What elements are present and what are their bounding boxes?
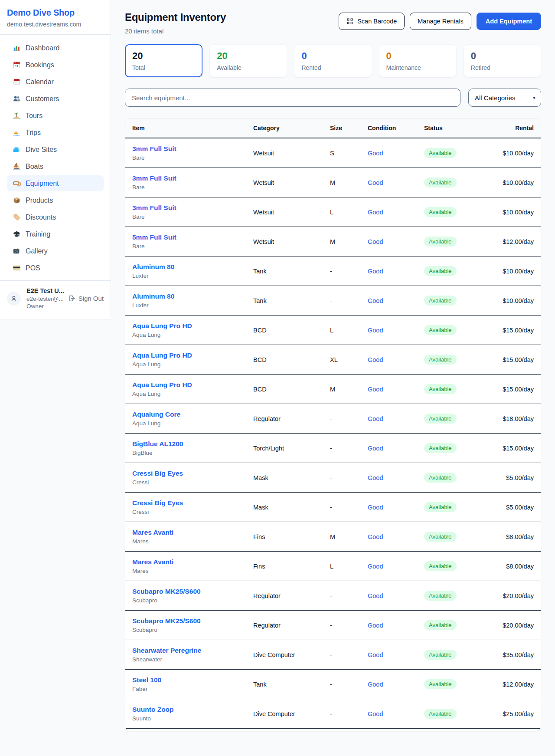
category-cell: Mask (253, 504, 330, 511)
condition-link[interactable]: Good (368, 268, 424, 275)
stat-card-available[interactable]: 20 Available (209, 44, 287, 77)
table-row: Aqua Lung Pro HD Aqua Lung BCD XL Good A… (125, 345, 541, 375)
condition-link[interactable]: Good (368, 415, 424, 422)
condition-link[interactable]: Good (368, 179, 424, 186)
equipment-name-link[interactable]: Suunto Zoop (132, 706, 253, 713)
condition-link[interactable]: Good (368, 297, 424, 304)
equipment-name-link[interactable]: 5mm Full Suit (132, 233, 253, 241)
condition-link[interactable]: Good (368, 681, 424, 688)
condition-link[interactable]: Good (368, 622, 424, 629)
table-row: 3mm Full Suit Bare Wetsuit M Good Availa… (125, 168, 541, 197)
condition-link[interactable]: Good (368, 474, 424, 481)
table-row: Aluminum 80 Luxfer Tank - Good Available… (125, 286, 541, 316)
sidebar-item-training[interactable]: Training (7, 226, 104, 242)
stat-card-rented[interactable]: 0 Rented (294, 44, 372, 77)
category-cell: Tank (253, 297, 330, 304)
rental-price: $10.00/day (498, 150, 534, 157)
equipment-brand: Aqua Lung (132, 391, 253, 397)
size-cell: - (330, 592, 368, 599)
equipment-name-link[interactable]: Mares Avanti (132, 529, 253, 536)
condition-link[interactable]: Good (368, 533, 424, 540)
condition-link[interactable]: Good (368, 386, 424, 393)
rental-price: $35.00/day (498, 651, 534, 658)
category-filter-select[interactable]: All Categories (468, 89, 541, 107)
equipment-brand: Faber (132, 686, 253, 692)
manage-rentals-button[interactable]: Manage Rentals (410, 13, 471, 30)
equipment-name-link[interactable]: 3mm Full Suit (132, 204, 253, 212)
sidebar-item-discounts[interactable]: Discounts (7, 209, 104, 225)
condition-link[interactable]: Good (368, 445, 424, 452)
stat-card-maintenance[interactable]: 0 Maintenance (379, 44, 457, 77)
equipment-name-link[interactable]: Shearwater Peregrine (132, 647, 253, 654)
sign-out-button[interactable]: Sign Out (68, 295, 104, 302)
brand: Demo Dive Shop demo.test.divestreams.com (0, 0, 111, 34)
sidebar-item-equipment[interactable]: Equipment (7, 175, 104, 191)
equipment-name-link[interactable]: Aqua Lung Pro HD (132, 322, 253, 330)
condition-link[interactable]: Good (368, 209, 424, 216)
condition-link[interactable]: Good (368, 356, 424, 363)
condition-link[interactable]: Good (368, 710, 424, 717)
equipment-name-link[interactable]: Cressi Big Eyes (132, 470, 253, 477)
status-badge: Available (424, 591, 457, 601)
sidebar-item-bookings[interactable]: 17 Bookings (7, 57, 104, 73)
stat-card-retired[interactable]: 0 Retired (464, 44, 541, 77)
equipment-name-link[interactable]: Aqualung Core (132, 411, 253, 418)
condition-link[interactable]: Good (368, 592, 424, 599)
bar-chart-icon (13, 44, 21, 52)
equipment-name-link[interactable]: 3mm Full Suit (132, 174, 253, 182)
condition-link[interactable]: Good (368, 327, 424, 334)
size-cell: - (330, 504, 368, 511)
equipment-name-link[interactable]: Aluminum 80 (132, 293, 253, 300)
size-cell: M (330, 238, 368, 245)
equipment-name-link[interactable]: Cressi Big Eyes (132, 499, 253, 507)
condition-link[interactable]: Good (368, 150, 424, 157)
size-cell: - (330, 415, 368, 422)
sidebar-item-customers[interactable]: Customers (7, 91, 104, 107)
item-cell: Aluminum 80 Luxfer (132, 293, 253, 309)
condition-link[interactable]: Good (368, 504, 424, 511)
equipment-name-link[interactable]: Aluminum 80 (132, 263, 253, 271)
add-equipment-button[interactable]: Add Equipment (477, 13, 541, 30)
sidebar-item-gallery[interactable]: Gallery (7, 243, 104, 259)
condition-link[interactable]: Good (368, 238, 424, 245)
equipment-name-link[interactable]: Aqua Lung Pro HD (132, 352, 253, 359)
add-equipment-label: Add Equipment (486, 18, 532, 25)
status-cell: Available (424, 502, 498, 512)
status-badge: Available (424, 650, 457, 660)
category-cell: Fins (253, 533, 330, 540)
wave-icon (13, 145, 21, 154)
rental-price: $20.00/day (498, 592, 534, 599)
user-info: E2E Test U... e2e-tester@... Owner (26, 287, 62, 310)
category-cell: Wetsuit (253, 238, 330, 245)
condition-link[interactable]: Good (368, 563, 424, 570)
equipment-name-link[interactable]: Mares Avanti (132, 558, 253, 566)
sidebar-item-pos[interactable]: POS (7, 260, 104, 276)
stat-card-total[interactable]: 20 Total (125, 44, 202, 77)
sidebar-item-products[interactable]: Products (7, 192, 104, 208)
equipment-table: Item Category Size Condition Status Rent… (125, 118, 541, 731)
equipment-name-link[interactable]: Aqua Lung Pro HD (132, 381, 253, 389)
scan-barcode-button[interactable]: Scan Barcode (339, 13, 405, 30)
search-input[interactable] (125, 89, 460, 107)
equipment-name-link[interactable]: Steel 100 (132, 676, 253, 684)
condition-link[interactable]: Good (368, 651, 424, 658)
item-cell: Scubapro MK25/S600 Scubapro (132, 617, 253, 633)
sidebar-item-dashboard[interactable]: Dashboard (7, 40, 104, 56)
sidebar-item-trips[interactable]: Trips (7, 125, 104, 141)
palm-island-icon (13, 112, 21, 120)
equipment-name-link[interactable]: BigBlue AL1200 (132, 440, 253, 448)
sidebar-item-boats[interactable]: Boats (7, 158, 104, 174)
sidebar-item-dive-sites[interactable]: Dive Sites (7, 141, 104, 158)
sidebar-item-label: Dive Sites (26, 146, 57, 154)
sidebar-item-calendar[interactable]: Calendar (7, 74, 104, 90)
equipment-name-link[interactable]: Scubapro MK25/S600 (132, 588, 253, 595)
equipment-brand: Cressi (132, 509, 253, 515)
equipment-name-link[interactable]: Scubapro MK25/S600 (132, 617, 253, 625)
table-row: Steel 100 Faber Tank - Good Available $1… (125, 670, 541, 699)
rental-price: $8.00/day (498, 533, 534, 540)
sidebar-item-tours[interactable]: Tours (7, 108, 104, 124)
equipment-brand: Bare (132, 243, 253, 250)
people-icon (13, 95, 21, 103)
rental-price: $15.00/day (498, 356, 534, 363)
equipment-name-link[interactable]: 3mm Full Suit (132, 145, 253, 153)
